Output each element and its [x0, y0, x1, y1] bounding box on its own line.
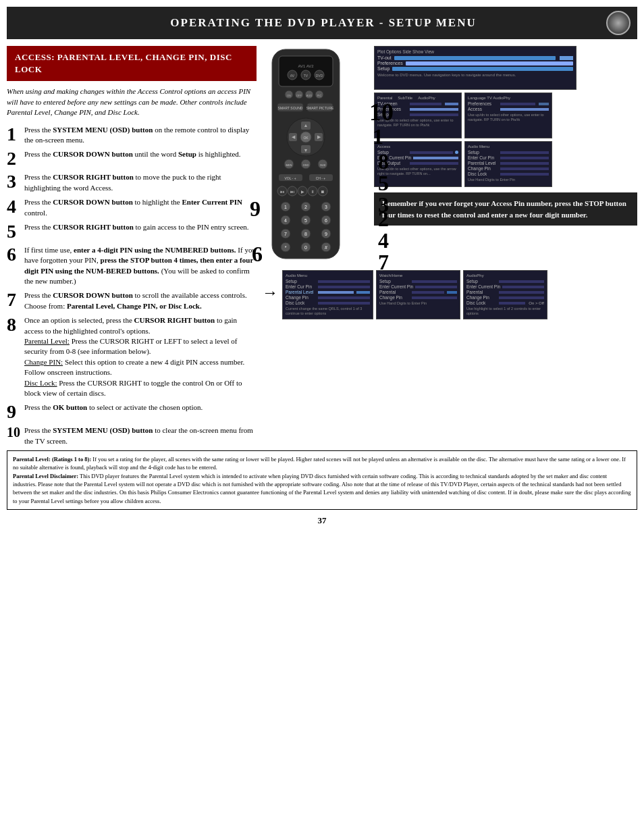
step-6-text: If first time use, enter a 4-digit PIN u… [24, 245, 257, 287]
title-bar: OPERATING THE DVD PLAYER - SETUP MENU [7, 7, 637, 39]
aphy-item-disclock: Disc Lock On > Off [466, 300, 544, 305]
screen-top-label: Plot Options Side Show View [377, 49, 573, 54]
access-item-3: Disc Output [377, 161, 458, 165]
plt-bar-pin [415, 286, 457, 288]
step-8: 8 Once an option is selected, press the … [7, 315, 257, 398]
cs-bar-2 [410, 108, 458, 111]
left-column: ACCESS: PARENTAL LEVEL, CHANGE PIN, DISC… [7, 46, 257, 446]
step-5: 5 Press the CURSOR RIGHT button to gain … [7, 222, 257, 241]
step-number-overlay-6: 6 [252, 242, 263, 267]
svg-text:*: * [285, 245, 287, 250]
step-9-number: 9 [7, 402, 20, 421]
step-number-overlay-247: 247 [378, 208, 389, 273]
svg-text:⏭: ⏭ [290, 190, 294, 194]
cs-bar-1 [410, 103, 441, 105]
col-audphy: AudioPhy [418, 96, 435, 100]
disc-icon [606, 11, 630, 35]
svg-text:3: 3 [325, 205, 327, 209]
access-bar-1 [410, 151, 453, 154]
plt-sel [447, 291, 457, 294]
menu-bar-pref [406, 61, 573, 66]
step-9: 9 Press the OK button to select or activ… [7, 402, 257, 421]
audio-bar-2 [500, 157, 549, 159]
ls1-label: Audio Menu [286, 273, 370, 278]
access-item-1: Setup [377, 150, 458, 155]
screen-2: Language TV AudioPhy Preferences Access … [464, 93, 552, 138]
menu-bar-setup [392, 67, 573, 71]
step-10-text: Press the SYSTEM MENU (OSD) button to cl… [24, 425, 257, 446]
lower-screen-group-2: Watch/Home Setup Enter Current Pin [376, 270, 547, 319]
audio-item-1: Setup [468, 150, 549, 155]
aphy-item-par: Parental [466, 290, 544, 294]
disclaimer-box: Parental Level: (Ratings 1 to 8): If you… [7, 450, 637, 510]
main-layout: ACCESS: PARENTAL LEVEL, CHANGE PIN, DISC… [7, 46, 637, 446]
menu-selector [560, 56, 573, 60]
lower-screen-row-1: Watch/Home Setup Enter Current Pin [376, 270, 547, 319]
svg-text:TV: TV [304, 74, 308, 78]
plt-bar-chpin [412, 296, 457, 299]
step-4-text: Press the CURSOR DOWN button to highligh… [24, 197, 257, 218]
svg-text:OK: OK [303, 136, 308, 140]
remote-svg: AV1 AV2 AV TV DVD ON OF [262, 46, 350, 262]
menu-label-pref: Preferences [377, 61, 403, 66]
lower-screens: Audio Menu Setup Enter Cur Pin Parental … [282, 270, 547, 319]
svg-text:▶: ▶ [301, 190, 304, 194]
right-layout: AV1 AV2 AV TV DVD ON OF [262, 46, 637, 319]
svg-text:⏮: ⏮ [280, 190, 284, 194]
parental-level-heading: Parental Level: (Ratings 1 to 8): [13, 456, 91, 463]
aphy-bar-par [499, 291, 544, 294]
ls1-bar-1 [318, 280, 370, 283]
aphy-on-off: On > Off [529, 301, 544, 305]
top-area: AV1 AV2 AV TV DVD ON OF [262, 46, 637, 265]
step-3: 3 Press the CURSOR RIGHT button to move … [7, 172, 257, 193]
screen-row-1: Parental SubTitle AudioPhy TV-screen Pre… [374, 93, 637, 138]
aphy-bar-setup [499, 280, 544, 283]
svg-text:VOL -    +: VOL - + [284, 176, 296, 180]
step-3-text: Press the CURSOR RIGHT button to move th… [24, 172, 257, 193]
svg-text:AV: AV [290, 74, 295, 78]
parental-level-text: If you set a rating for the player, all … [13, 456, 626, 471]
audio-bar-5 [500, 173, 549, 176]
page-container: OPERATING THE DVD PLAYER - SETUP MENU AC… [0, 0, 644, 838]
step-8-number: 8 [7, 315, 20, 334]
access-item-2: Enter Current Pin [377, 155, 458, 160]
step-7-text: Press the CURSOR DOWN button to scroll t… [24, 290, 257, 311]
audio-label: Audio Menu [468, 145, 549, 149]
access-bar-3 [410, 162, 458, 165]
audio-item-4: Change Pin [468, 166, 549, 171]
steps-container: 1 Press the SYSTEM MENU (OSD) button on … [7, 125, 257, 447]
page-number: 37 [7, 515, 637, 526]
right-arrow: → [262, 270, 278, 302]
page-title: OPERATING THE DVD PLAYER - SETUP MENU [41, 16, 606, 30]
screen-audio: Audio Menu Setup Enter Cur Pin Parental … [464, 141, 552, 187]
lower-screen-1: Audio Menu Setup Enter Cur Pin Parental … [282, 270, 373, 319]
section-header: ACCESS: PARENTAL LEVEL, CHANGE PIN, DISC… [7, 46, 257, 81]
ls1-item-1: Setup [286, 279, 370, 284]
ls1-sel [356, 291, 370, 294]
step-1-number: 1 [7, 125, 20, 144]
svg-text:8: 8 [304, 232, 307, 236]
svg-text:SMART SOUND: SMART SOUND [278, 106, 303, 110]
aphy-footer: Use highlight to select 1 of 2 controls … [466, 307, 544, 316]
access-label: Access [377, 145, 458, 149]
screen-row-2: Access Setup Enter Current Pin [374, 141, 637, 187]
svg-text:2: 2 [304, 205, 307, 209]
aphy-item-pin: Enter Current Pin [466, 284, 544, 289]
svg-text:6: 6 [325, 218, 327, 223]
svg-text:4: 4 [284, 218, 287, 223]
menu-bar-tv [394, 56, 556, 60]
ls1-bar-5 [318, 302, 370, 305]
cs2-sel-1 [539, 103, 549, 105]
svg-text:9: 9 [325, 232, 327, 236]
svg-text:OSD: OSD [303, 163, 309, 167]
screens-right-col: Plot Options Side Show View TV-out Prefe… [374, 46, 637, 265]
step-5-number: 5 [7, 222, 20, 241]
step-8-text: Once an option is selected, press the CU… [24, 315, 257, 398]
svg-text:MEN: MEN [286, 163, 292, 167]
cs-footer-3: Use up/dn to select other options, use t… [377, 167, 458, 176]
step-10: 10 Press the SYSTEM MENU (OSD) button to… [7, 425, 257, 446]
svg-text:CH -    +: CH - + [316, 176, 326, 180]
aphy-bar-chpin [499, 296, 544, 299]
audio-item-5: Disc Lock [468, 172, 549, 176]
access-bar-2 [413, 157, 458, 159]
